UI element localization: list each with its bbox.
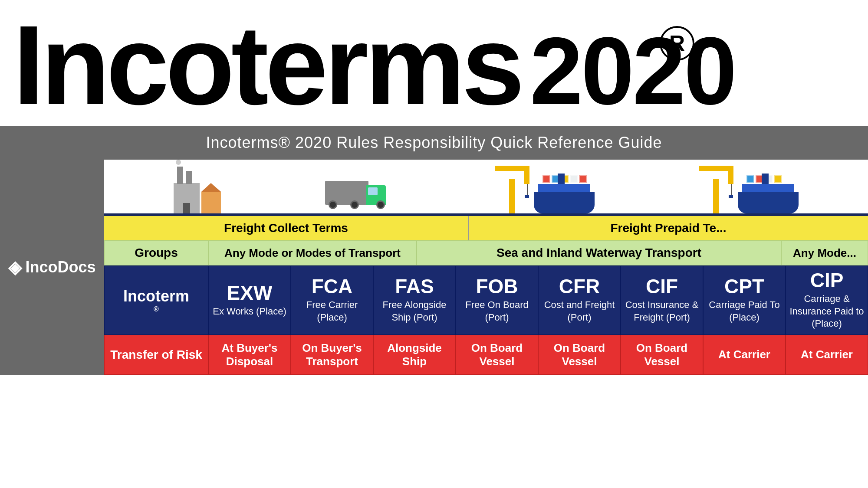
logo-name: IncoDocs	[25, 258, 95, 276]
registered-mark: R	[660, 26, 694, 61]
logo-icon: ◈	[8, 257, 22, 277]
main-content: ◈ IncoDocs	[0, 160, 868, 375]
crane-2-tower	[713, 179, 719, 213]
risk-col-4: On Board Vessel	[538, 335, 621, 375]
ship-funnel	[558, 174, 565, 184]
factory-annex-roof	[201, 183, 221, 192]
logo: ◈ IncoDocs	[8, 257, 95, 277]
incoterm-desc-fca: Free Carrier (Place)	[294, 299, 370, 324]
incoterm-col-fas: FAS Free Alongside Ship (Port)	[373, 265, 456, 335]
truck-wheel-3	[376, 200, 385, 209]
crane-tower	[509, 179, 515, 213]
crane-2-arm-horizontal	[699, 166, 733, 171]
crane-cable	[527, 184, 528, 195]
incoterm-col-cip: CIP Carriage & Insurance Paid to (Place)	[786, 265, 868, 335]
risk-col-0: At Buyer's Disposal	[208, 335, 291, 375]
incoterm-code-cip: CIP	[810, 270, 844, 290]
truck-wheels	[329, 200, 385, 209]
incoterm-section: Incoterm ® EXW Ex Works (Place) FCA Free…	[104, 265, 868, 335]
incoterm-code-fob: FOB	[476, 276, 518, 296]
crane-2-arm-vertical	[728, 171, 733, 184]
factory-chimney-2	[186, 171, 192, 184]
risk-col-3: On Board Vessel	[456, 335, 538, 375]
groups-any-mode-right: Any Mode...	[781, 240, 868, 265]
crane-2	[699, 166, 733, 213]
risk-col-5: On Board Vessel	[621, 335, 703, 375]
title-incoterms: Incoterms	[13, 9, 521, 121]
incoterm-desc-cpt: Carriage Paid To (Place)	[706, 299, 783, 324]
truck-illustration	[325, 181, 390, 213]
risk-col-7: At Carrier	[786, 335, 868, 375]
incoterm-registered: ®	[154, 305, 159, 313]
factory-door	[183, 203, 190, 213]
freight-header-row: Freight Collect Terms Freight Prepaid Te…	[104, 216, 868, 240]
groups-any-mode: Any Mode or Modes of Transport	[208, 240, 417, 265]
factory-building	[174, 183, 200, 213]
container-2-blue	[746, 175, 754, 183]
subtitle-bar: Incoterms® 2020 Rules Responsibility Qui…	[0, 126, 868, 160]
incoterm-col-fob: FOB Free On Board (Port)	[456, 265, 538, 335]
freight-prepaid-header: Freight Prepaid Te...	[469, 216, 868, 240]
truck-wheel-1	[329, 200, 337, 209]
incoterm-col-exw: EXW Ex Works (Place)	[208, 265, 291, 335]
incoterm-label: Incoterm ®	[104, 265, 208, 335]
crane-hook	[525, 195, 529, 198]
title-year: 2020	[530, 23, 735, 119]
risk-col-6: At Carrier	[703, 335, 786, 375]
truck-wheel-2	[350, 200, 359, 209]
risk-col-1: On Buyer's Transport	[291, 335, 373, 375]
ship-containers	[542, 175, 587, 183]
subtitle-text: Incoterms® 2020 Rules Responsibility Qui…	[206, 134, 662, 151]
incoterm-desc-exw: Ex Works (Place)	[213, 305, 286, 318]
incoterm-desc-cip: Carriage & Insurance Paid to (Place)	[789, 293, 865, 330]
incoterm-col-fca: FCA Free Carrier (Place)	[291, 265, 373, 335]
port-scene-2	[699, 166, 799, 213]
crane-2-hook	[729, 195, 733, 198]
incoterm-desc-cfr: Cost and Freight (Port)	[541, 299, 618, 324]
freight-collect-header: Freight Collect Terms	[104, 216, 469, 240]
container-white	[570, 175, 578, 183]
incoterm-col-cif: CIF Cost Insurance & Freight (Port)	[621, 265, 703, 335]
truck-window	[368, 187, 378, 195]
container-red-2	[579, 175, 587, 183]
ship-1	[534, 192, 595, 213]
risk-col-2: Alongside Ship	[373, 335, 456, 375]
crane-2-cable	[731, 184, 732, 195]
ship-2-container	[738, 192, 799, 213]
incoterm-code-fca: FCA	[312, 276, 353, 296]
factory-smoke	[176, 160, 181, 165]
incoterm-columns: EXW Ex Works (Place) FCA Free Carrier (P…	[208, 265, 868, 335]
illustration-strip	[104, 160, 868, 216]
incoterm-code-cfr: CFR	[559, 276, 600, 296]
incoterm-col-cfr: CFR Cost and Freight (Port)	[538, 265, 621, 335]
title-section: Incoterms R 2020	[0, 0, 868, 126]
ship-1-container	[534, 192, 595, 213]
groups-label: Groups	[104, 240, 208, 265]
crane-1	[495, 166, 529, 213]
factory-chimney-1	[177, 167, 183, 184]
container-2-yellow	[774, 175, 782, 183]
factory-annex	[201, 192, 221, 213]
ship-2	[738, 192, 799, 213]
port-scene-1	[495, 166, 595, 213]
groups-sea: Sea and Inland Waterway Transport	[417, 240, 781, 265]
incoterm-desc-fob: Free On Board (Port)	[459, 299, 535, 324]
crane-arm-vertical	[524, 171, 529, 184]
incoterm-code-fas: FAS	[395, 276, 434, 296]
incoterm-desc-fas: Free Alongside Ship (Port)	[376, 299, 453, 324]
ship-deck	[538, 184, 590, 192]
logo-sidebar: ◈ IncoDocs	[0, 160, 104, 375]
incoterm-desc-cif: Cost Insurance & Freight (Port)	[624, 299, 700, 324]
ship-2-deck	[742, 184, 794, 192]
risk-columns: At Buyer's DisposalOn Buyer's TransportA…	[208, 335, 868, 375]
incoterm-label-text: Incoterm	[123, 287, 189, 305]
groups-row: Groups Any Mode or Modes of Transport Se…	[104, 240, 868, 265]
factory-illustration	[174, 183, 221, 213]
container-red	[542, 175, 550, 183]
incoterm-code-exw: EXW	[227, 283, 273, 303]
risk-section: Transfer of Risk At Buyer's DisposalOn B…	[104, 335, 868, 375]
incoterm-code-cif: CIF	[646, 276, 678, 296]
truck-body	[325, 181, 368, 205]
table-container: Freight Collect Terms Freight Prepaid Te…	[104, 160, 868, 375]
risk-label: Transfer of Risk	[104, 335, 208, 375]
